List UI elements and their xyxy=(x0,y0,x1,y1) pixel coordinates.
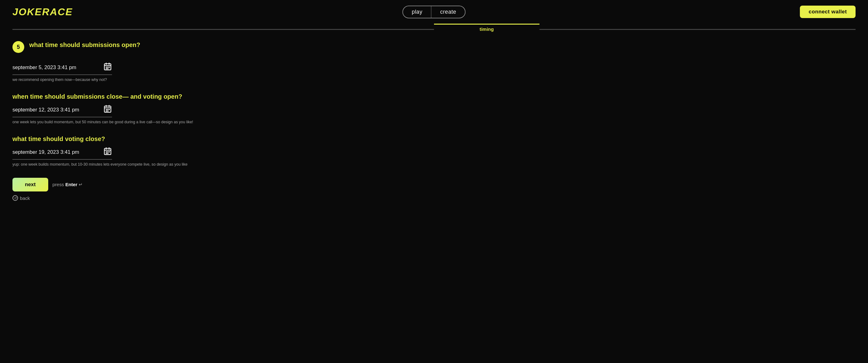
section-hint-3: yup: one week builds momentum, but 10-30… xyxy=(12,162,205,167)
nav-center: play create xyxy=(402,6,465,18)
section-question-3: what time should voting close? xyxy=(12,135,205,143)
progress-bar: timing xyxy=(0,24,868,32)
datetime-value-1[interactable]: september 5, 2023 3:41 pm xyxy=(12,64,99,71)
progress-step-2 xyxy=(118,29,223,32)
calendar-icon-1[interactable] xyxy=(103,62,112,72)
back-circle-icon: ↺ xyxy=(12,195,18,201)
nav-pills: play create xyxy=(402,6,465,18)
step-line-1 xyxy=(12,29,118,30)
svg-rect-13 xyxy=(106,109,107,110)
svg-rect-22 xyxy=(106,151,107,153)
press-enter-hint: press Enter ↵ xyxy=(53,182,83,187)
step-line-7 xyxy=(645,29,750,30)
calendar-icon-3[interactable] xyxy=(103,147,112,157)
svg-rect-16 xyxy=(106,111,107,112)
svg-rect-5 xyxy=(107,67,108,68)
step-label-5: timing xyxy=(480,27,494,32)
logo: JOKERACE xyxy=(12,6,73,18)
svg-rect-24 xyxy=(109,151,110,153)
svg-rect-8 xyxy=(107,68,108,69)
section-block-3: what time should voting close? september… xyxy=(12,135,205,167)
back-label: back xyxy=(20,195,30,201)
datetime-row-2: september 12, 2023 3:41 pm xyxy=(12,104,112,117)
svg-rect-25 xyxy=(106,153,107,154)
create-nav-button[interactable]: create xyxy=(432,6,465,18)
back-button[interactable]: ↺ back xyxy=(12,195,30,201)
play-nav-button[interactable]: play xyxy=(403,6,431,18)
progress-step-3 xyxy=(223,29,329,32)
question-row: 5 what time should submissions open? xyxy=(12,41,205,53)
step-line-6 xyxy=(539,29,645,30)
step-line-3 xyxy=(223,29,329,30)
step-line-8 xyxy=(750,29,856,30)
calendar-icon-2[interactable] xyxy=(103,104,112,115)
section-question-1: what time should submissions open? xyxy=(29,41,140,49)
datetime-value-3[interactable]: september 19, 2023 3:41 pm xyxy=(12,149,99,155)
section-block-1: september 5, 2023 3:41 pm we recommend o… xyxy=(12,62,205,82)
svg-rect-15 xyxy=(109,109,110,110)
svg-rect-6 xyxy=(109,67,110,68)
progress-step-7 xyxy=(645,29,750,32)
next-button[interactable]: next xyxy=(12,178,48,191)
step-line-4 xyxy=(329,29,434,30)
progress-step-8 xyxy=(750,29,856,32)
datetime-row-3: september 19, 2023 3:41 pm xyxy=(12,147,112,160)
progress-step-5: timing xyxy=(434,24,539,32)
svg-rect-4 xyxy=(106,67,107,68)
section-block-2: when time should submissions close— and … xyxy=(12,93,205,124)
progress-step-4 xyxy=(329,29,434,32)
header: JOKERACE play create connect wallet xyxy=(0,0,868,24)
progress-step-1 xyxy=(12,29,118,32)
section-hint-1: we recommend opening them now—because wh… xyxy=(12,78,205,82)
main-content: 5 what time should submissions open? sep… xyxy=(0,35,218,213)
svg-rect-26 xyxy=(107,153,108,154)
step-number-badge: 5 xyxy=(12,41,24,53)
section-hint-2: one week lets you build momentum, but 50… xyxy=(12,120,205,124)
svg-rect-17 xyxy=(107,111,108,112)
next-row: next press Enter ↵ xyxy=(12,178,83,191)
step-line-5 xyxy=(434,24,539,25)
svg-rect-7 xyxy=(106,68,107,69)
progress-step-6 xyxy=(539,29,645,32)
bottom-actions: next press Enter ↵ ↺ back xyxy=(12,178,205,201)
datetime-value-2[interactable]: september 12, 2023 3:41 pm xyxy=(12,107,99,113)
step-line-2 xyxy=(118,29,223,30)
svg-rect-23 xyxy=(107,151,108,153)
svg-rect-14 xyxy=(107,109,108,110)
datetime-row-1: september 5, 2023 3:41 pm xyxy=(12,62,112,75)
connect-wallet-button[interactable]: connect wallet xyxy=(800,6,856,18)
section-question-2: when time should submissions close— and … xyxy=(12,93,205,100)
